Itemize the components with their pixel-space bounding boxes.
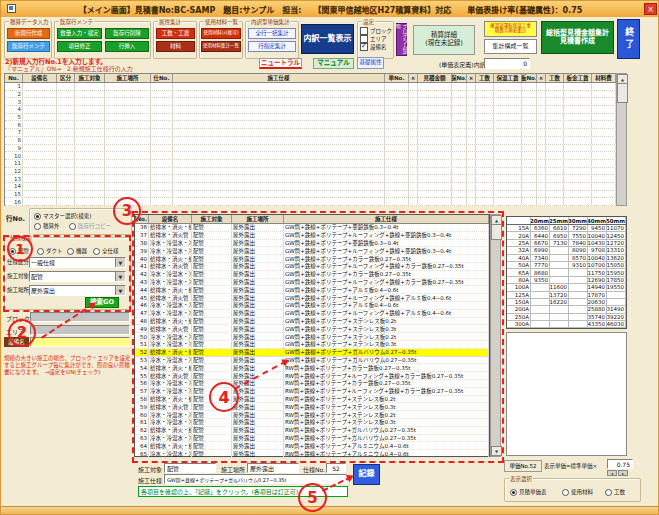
chevron-down-icon[interactable]: ▼	[115, 286, 125, 295]
row-spec-summary-button[interactable]: 行指定集計	[248, 41, 296, 52]
grid-row[interactable]: 7	[5, 129, 617, 137]
spec-list-row[interactable]: 37 給排水・消火管 配管 屋外露出 GW筒+鉄線+ポリテープ+ルーフィング+鉄…	[135, 232, 489, 240]
all-rows-summary-button[interactable]: 全行一括集計	[248, 28, 296, 39]
footer-spec-field[interactable]: GW筒+鉄線+ポリテープ+ガルバリウム0.27~0.35t	[164, 474, 347, 484]
display-material-radio[interactable]: 使用材料	[562, 488, 593, 496]
spec-list-row[interactable]: 45 給排水・消火管 配管 屋外露出 GW筒+鉄線+ポリテープ+ルーフィング+鉄…	[135, 294, 489, 302]
spec-list-row[interactable]: 36 給排水・消火・給湯 配管 屋外露出 GW筒+鉄線+ポリテープ+亜鉛鉄板0.…	[135, 224, 489, 232]
spec-list-row[interactable]: 42 冷水・冷温水・冷却水 配管 屋外露出 GW筒+鉄線+ポリテープ+カラー鉄板…	[135, 271, 489, 279]
spec-list-row[interactable]: 64 給排水・消火・給湯 配管 屋外露出 RW筒+鉄線+ポリテープ+アルミニウム…	[135, 442, 489, 450]
chevron-down-icon[interactable]: ▼	[115, 272, 125, 281]
grid-row[interactable]: 6	[5, 121, 617, 129]
mode-master-radio[interactable]: マスター選択(検索)	[34, 212, 91, 220]
spec-list-row[interactable]: 61 冷水・冷温水・冷却水 配管 屋外露出 RW筒+鉄線+ポリテープ+ステンレス…	[135, 419, 489, 427]
breakdown-amount-field[interactable]: 0	[484, 58, 530, 69]
qty-input-button[interactable]: 数量入力・検定	[57, 28, 102, 39]
spec-list-row[interactable]: 54 給排水・消火・給湯 配管 屋外露出 RW筒+鉄線+ポリテープ+カラー鉄板0…	[135, 364, 489, 372]
place-dropdown[interactable]: 屋外露出▼	[29, 285, 126, 296]
grid-row[interactable]: 9	[5, 145, 617, 153]
fix-item-button[interactable]: 項目修正	[57, 41, 102, 52]
material-summary-button[interactable]: 使用材料集計一覧	[201, 41, 241, 52]
search-all-radio[interactable]: 全仕様	[93, 247, 119, 255]
rate-decrease-icon[interactable]: ◂	[607, 470, 617, 476]
grid-row[interactable]: 8	[5, 137, 617, 145]
grid-row[interactable]: 5	[5, 114, 617, 122]
spec-list-row[interactable]: 41 給排水・消火管 配管 屋外露出 GW筒+鉄線+ポリテープ+ルーフィング+鉄…	[135, 263, 489, 271]
grid-row[interactable]: 4	[5, 106, 617, 114]
neutral-button[interactable]: ニュートラル	[259, 58, 302, 69]
grid-row[interactable]: 13	[5, 175, 617, 183]
footer-place-field[interactable]: 屋外露出	[247, 463, 299, 473]
grid-row[interactable]: 11	[5, 160, 617, 168]
grid-scrollbar[interactable]: ▲	[616, 73, 627, 206]
confirm-insulation-button[interactable]: 確認試運転保温工事 積算手順表集計	[484, 21, 537, 37]
breakdown-list-button[interactable]: 内訳一覧表示	[301, 24, 354, 54]
block-field[interactable]	[30, 312, 130, 322]
grid-row[interactable]: 2	[5, 91, 617, 99]
spec-list-row[interactable]: 59 給排水・消火管 配管 屋外露出 RW筒+鉄線+ポリテープ+ステンレス板0.…	[135, 403, 489, 411]
footer-spec-no-field[interactable]: 52	[326, 463, 346, 473]
search-equip-radio[interactable]: 機器	[67, 247, 87, 255]
display-labor-radio[interactable]: 工数	[605, 488, 625, 496]
spec-list-row[interactable]: 44 給排水・消火・給湯 配管 屋外露出 GW筒+鉄線+ポリテープ+アルミ板0.…	[135, 286, 489, 294]
equip-name-field[interactable]	[30, 337, 130, 347]
spec-list-row[interactable]: 55 給排水・消火管 配管 屋外露出 RW筒+鉄線+ポリテープ+ルーフィング+鉄…	[135, 372, 489, 380]
spec-list-row[interactable]: 38 冷水・冷温水・冷却水 配管 屋外露出 GW筒+鉄線+ポリテープ+亜鉛鉄板0…	[135, 240, 489, 248]
grid-row[interactable]: 10	[5, 152, 617, 160]
base-attr-button[interactable]: 基礎属性	[357, 57, 384, 69]
spec-list-row[interactable]: 60 冷水・冷温水・冷却水 配管 屋外露出 RW筒+鉄線+ポリテープ+ステンレス…	[135, 411, 489, 419]
material-memo-button[interactable]: 使用材料(ﾒﾓ帳可)	[201, 28, 241, 39]
spec-list-row[interactable]: 40 給排水・消火・給湯 配管 屋外露出 GW筒+鉄線+ポリテープ+カラー鉄板0…	[135, 255, 489, 263]
grid-scroll-thumb[interactable]	[617, 83, 628, 103]
spec-list-row[interactable]: 65 冷水・冷温水・冷却水 配管 屋外露出 RW筒+鉄線+ポリテープ+アルミニウ…	[135, 450, 489, 458]
grid-row[interactable]: 1	[5, 83, 617, 91]
equip-checkbox[interactable]: 設備名	[360, 43, 387, 51]
grid-row[interactable]: 3	[5, 98, 617, 106]
mode-copy-radio[interactable]: 既存行コピー	[69, 222, 111, 230]
spec-list-row[interactable]: 48 給排水・消火・給湯 配管 屋外露出 GW筒+鉄線+ポリテープ+ステンレス板…	[135, 318, 489, 326]
manual-button[interactable]: マニュアル	[313, 58, 354, 69]
spec-list-row[interactable]: 58 給排水・消火・給湯 配管 屋外露出 RW筒+鉄線+ポリテープ+ステンレス板…	[135, 396, 489, 404]
grid-row[interactable]: 12	[5, 168, 617, 176]
search-duct-radio[interactable]: ダクト	[37, 247, 63, 255]
list-scroll-down-icon[interactable]: ▼	[491, 446, 502, 456]
target-dropdown[interactable]: 配管▼	[29, 271, 126, 282]
spec-list-row[interactable]: 63 冷水・冷温水・冷却水 配管 屋外露出 RW筒+鉄線+ポリテープ+ガルバリウ…	[135, 435, 489, 443]
list-scroll-thumb[interactable]	[491, 224, 502, 240]
material-button[interactable]: 材料	[156, 41, 195, 52]
summary-structure-button[interactable]: 集計構成一覧	[484, 39, 537, 54]
spec-list-scrollbar[interactable]: ▲ ▼	[490, 214, 501, 457]
grid-row[interactable]: 16	[5, 198, 617, 206]
spec-list-row[interactable]: 43 冷水・冷温水・冷却水 配管 屋外露出 GW筒+鉄線+ポリテープ+ルーフィン…	[135, 279, 489, 287]
labor-cost-button[interactable]: 工数・工賃	[156, 28, 195, 39]
spec-list-row[interactable]: 46 冷水・冷温水・冷却水 配管 屋外露出 GW筒+鉄線+ポリテープ+アルミ板0…	[135, 302, 489, 310]
spec-list-row[interactable]: 52 給排水・消火・給湯 配管 屋外露出 GW筒+鉄線+ポリテープ+ガルバリウム…	[135, 349, 489, 357]
record-button[interactable]: 記録	[353, 464, 380, 485]
insert-row-button[interactable]: 行挿入	[105, 41, 149, 52]
category-dropdown[interactable]: 一般仕様▼	[29, 257, 126, 268]
total-estimate-button[interactable]: 総括型見積金額集計 見積書作成	[541, 21, 614, 54]
program-help-button[interactable]: プログラム説明	[396, 23, 407, 56]
spec-list-row[interactable]: 57 冷水・冷温水・冷却水 配管 屋外露出 RW筒+鉄線+ポリテープ+ルーフィン…	[135, 388, 489, 396]
footer-target-field[interactable]: 配管	[164, 463, 216, 473]
spec-list-row[interactable]: 39 冷水・冷温水・冷却水 配管 屋外露出 GW筒+鉄線+ポリテープ+ルーフィン…	[135, 247, 489, 255]
spec-list-row[interactable]: 62 給排水・消火・給湯 配管 屋外露出 RW筒+鉄線+ポリテープ+ガルバリウム…	[135, 427, 489, 435]
spec-list-row[interactable]: 50 冷水・冷温水・冷却水 配管 屋外露出 GW筒+鉄線+ポリテープ+ステンレス…	[135, 333, 489, 341]
grid-row[interactable]: 15	[5, 191, 617, 199]
spec-list-row[interactable]: 56 冷水・冷温水・冷却水 配管 屋外露出 RW筒+鉄線+ポリテープ+カラー鉄板…	[135, 380, 489, 388]
area-field[interactable]	[30, 325, 130, 335]
grid-row[interactable]: 14	[5, 183, 617, 191]
search-pipe-radio[interactable]: 配管	[9, 247, 29, 255]
block-checkbox[interactable]: ブロック	[360, 27, 392, 35]
chevron-down-icon[interactable]: ▼	[115, 258, 125, 267]
close-icon[interactable]: ×	[644, 3, 657, 15]
rate-increase-icon[interactable]: ▸	[618, 470, 628, 476]
search-go-button[interactable]: 検索GO	[85, 297, 119, 308]
exit-button[interactable]: 終了	[617, 19, 640, 59]
spec-list-row[interactable]: 51 冷水・冷温水・冷却水 配管 屋外露出 GW筒+鉄線+ポリテープ+ステンレス…	[135, 341, 489, 349]
spec-list-row[interactable]: 47 冷水・冷温水・冷却水 配管 屋外露出 GW筒+鉄線+ポリテープ+ルーフィン…	[135, 310, 489, 318]
rate-field[interactable]: 0.75	[607, 459, 633, 469]
display-quote-radio[interactable]: 見積単価表	[510, 488, 547, 496]
spec-list-row[interactable]: 49 給排水・消火管 配管 屋外露出 GW筒+鉄線+ポリテープ+ステンレス板0.…	[135, 325, 489, 333]
maintain-row-button[interactable]: 既存行メンテ	[7, 41, 50, 52]
